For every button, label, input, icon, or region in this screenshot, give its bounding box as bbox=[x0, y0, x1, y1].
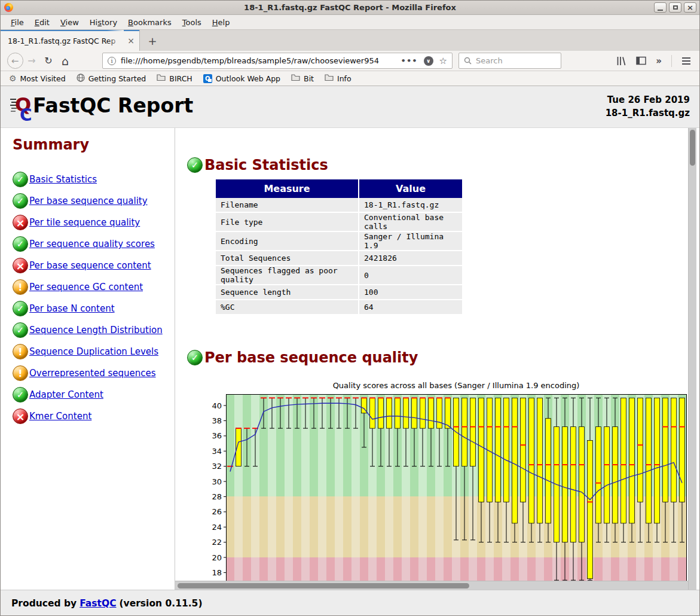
globe-icon bbox=[77, 74, 85, 82]
report-footer: Produced by FastQC (version 0.11.5) bbox=[1, 590, 699, 616]
bookmark-item[interactable]: BIRCH bbox=[157, 74, 192, 83]
minimize-icon bbox=[658, 10, 663, 11]
svg-text:38: 38 bbox=[212, 416, 222, 425]
horizontal-scrollbar-thumb[interactable] bbox=[178, 583, 469, 588]
pocket-icon[interactable]: ∨ bbox=[424, 56, 433, 66]
value-cell: 64 bbox=[359, 300, 462, 315]
summary-heading: Summary bbox=[13, 136, 175, 153]
value-header: Value bbox=[359, 179, 462, 198]
maximize-button[interactable] bbox=[669, 2, 681, 13]
horizontal-scrollbar[interactable] bbox=[175, 581, 696, 590]
summary-item: ✓ Per base sequence quality bbox=[1, 190, 175, 212]
summary-link[interactable]: Kmer Content bbox=[29, 411, 91, 422]
summary-item: × Kmer Content bbox=[1, 405, 175, 427]
summary-link[interactable]: Per sequence GC content bbox=[29, 282, 143, 292]
outlook-icon: O bbox=[203, 74, 212, 83]
table-header-row: Measure Value bbox=[216, 179, 462, 198]
svg-text:36: 36 bbox=[212, 431, 222, 440]
menu-item[interactable]: Tools bbox=[177, 18, 207, 27]
minimize-button[interactable] bbox=[654, 2, 667, 13]
summary-link[interactable]: Overrepresented sequences bbox=[29, 368, 156, 379]
forward-button[interactable]: → bbox=[23, 53, 40, 69]
svg-text:C: C bbox=[20, 105, 32, 122]
bookmark-star-icon[interactable]: ☆ bbox=[439, 56, 447, 66]
summary-link[interactable]: Adapter Content bbox=[29, 389, 103, 400]
report-filename: 18-1_R1.fastq.gz bbox=[606, 106, 690, 120]
folder-icon bbox=[325, 74, 334, 81]
bookmark-item[interactable]: Bit bbox=[291, 74, 314, 83]
bookmark-item[interactable]: O Outlook Web App bbox=[203, 74, 280, 83]
measure-cell: Sequence length bbox=[216, 285, 359, 300]
menu-item[interactable]: Bookmarks bbox=[123, 18, 177, 27]
url-text[interactable]: file:///home/psgendb/temp/blreads/sample… bbox=[121, 56, 398, 65]
pass-icon: ✓ bbox=[187, 157, 203, 173]
page-actions-icon[interactable]: ••• bbox=[401, 56, 418, 65]
tab-bar: 18-1_R1.fastq.gz FastQC Rep × + bbox=[1, 29, 699, 51]
search-input[interactable]: Search bbox=[458, 53, 561, 69]
svg-text:22: 22 bbox=[212, 538, 222, 547]
toolbar-separator bbox=[671, 55, 672, 67]
folder-icon bbox=[291, 74, 300, 81]
fastqc-logo-icon: Q C bbox=[10, 93, 35, 122]
new-tab-button[interactable]: + bbox=[144, 32, 161, 49]
hamburger-menu-icon[interactable] bbox=[681, 57, 691, 65]
summary-link[interactable]: Sequence Duplication Levels bbox=[29, 346, 158, 357]
back-arrow-icon: ← bbox=[11, 56, 19, 66]
summary-link[interactable]: Basic Statistics bbox=[29, 174, 97, 185]
home-button[interactable]: ⌂ bbox=[57, 53, 74, 69]
page-info-icon[interactable]: i bbox=[108, 57, 116, 65]
table-row: Sequence length 100 bbox=[216, 285, 462, 300]
pass-icon: ✓ bbox=[13, 301, 28, 316]
close-button[interactable]: × bbox=[684, 2, 696, 13]
bookmark-item[interactable]: Getting Started bbox=[77, 74, 146, 84]
home-icon: ⌂ bbox=[62, 54, 69, 68]
maximize-icon bbox=[673, 5, 678, 10]
footer-suffix: (version 0.11.5) bbox=[120, 598, 203, 609]
overflow-menu-icon[interactable]: » bbox=[656, 56, 662, 66]
measure-cell: Sequences flagged as poor quality bbox=[216, 266, 359, 285]
summary-link[interactable]: Sequence Length Distribution bbox=[29, 325, 163, 336]
fail-icon: × bbox=[13, 258, 28, 273]
measure-cell: Total Sequences bbox=[216, 251, 359, 266]
vertical-scrollbar[interactable] bbox=[688, 128, 696, 590]
menu-item[interactable]: Help bbox=[207, 18, 236, 27]
back-button[interactable]: ← bbox=[7, 53, 23, 69]
sidebar-toggle-icon[interactable] bbox=[636, 56, 646, 65]
bookmark-item[interactable]: Info bbox=[325, 74, 351, 83]
library-icon[interactable] bbox=[616, 56, 626, 66]
svg-text:34: 34 bbox=[212, 447, 222, 456]
pass-icon: ✓ bbox=[187, 350, 203, 365]
close-icon: × bbox=[687, 4, 693, 11]
pass-icon: ✓ bbox=[13, 322, 28, 338]
tab-title-fade bbox=[107, 30, 124, 51]
bookmark-item[interactable]: ⚙ Most Visited bbox=[9, 74, 66, 83]
vertical-scrollbar-thumb[interactable] bbox=[690, 130, 695, 166]
bookmarks-bar: ⚙ Most Visited Getting Started BIRCH O O… bbox=[1, 71, 699, 86]
warn-icon: ! bbox=[13, 279, 28, 295]
summary-item: × Per tile sequence quality bbox=[1, 212, 175, 233]
menu-item[interactable]: History bbox=[84, 18, 123, 27]
measure-cell: Encoding bbox=[216, 232, 359, 251]
measure-cell: File type bbox=[216, 213, 359, 232]
summary-list: ✓ Basic Statistics ✓ Per base sequence q… bbox=[1, 169, 175, 427]
menu-item[interactable]: Edit bbox=[29, 18, 55, 27]
fastqc-link[interactable]: FastQC bbox=[80, 598, 116, 609]
reload-button[interactable]: ↻ bbox=[40, 53, 57, 69]
value-cell: 2421826 bbox=[359, 251, 462, 266]
tab-close-icon[interactable]: × bbox=[127, 36, 135, 45]
summary-link[interactable]: Per base N content bbox=[29, 303, 115, 314]
value-cell: Sanger / Illumina 1.9 bbox=[359, 232, 462, 251]
report-main: ✓ Basic Statistics Measure Value Filenam… bbox=[175, 128, 688, 590]
browser-tab[interactable]: 18-1_R1.fastq.gz FastQC Rep × bbox=[1, 30, 140, 51]
svg-text:20: 20 bbox=[212, 553, 222, 562]
summary-link[interactable]: Per tile sequence quality bbox=[29, 217, 140, 228]
url-bar[interactable]: i file:///home/psgendb/temp/blreads/samp… bbox=[102, 53, 453, 69]
menu-item[interactable]: File bbox=[5, 18, 29, 27]
summary-link[interactable]: Per base sequence content bbox=[29, 260, 151, 271]
pass-icon: ✓ bbox=[13, 193, 28, 209]
menu-bar: FileEditViewHistoryBookmarksToolsHelp bbox=[1, 15, 699, 29]
summary-item: ✓ Sequence Length Distribution bbox=[1, 319, 175, 341]
summary-link[interactable]: Per base sequence quality bbox=[29, 196, 148, 206]
menu-item[interactable]: View bbox=[55, 18, 84, 27]
summary-link[interactable]: Per sequence quality scores bbox=[29, 239, 155, 249]
